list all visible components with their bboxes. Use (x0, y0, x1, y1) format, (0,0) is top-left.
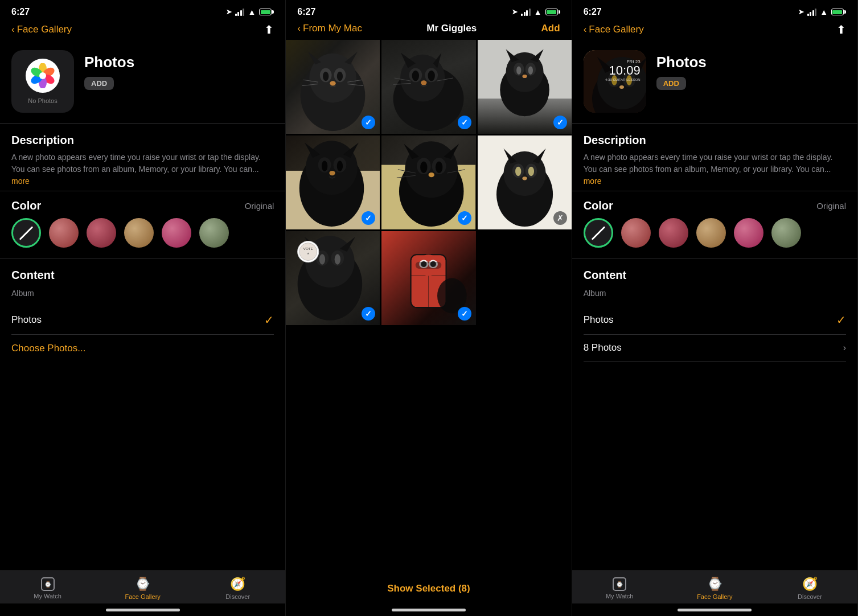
photo-cell-8[interactable]: ✓ (381, 231, 475, 325)
choose-photos-left[interactable]: Choose Photos... (11, 335, 274, 362)
swatch-rose-right[interactable] (621, 218, 651, 248)
share-button-right[interactable]: ⬆ (836, 23, 846, 36)
svg-point-41 (522, 75, 527, 78)
wifi-icon-mid: ▲ (534, 7, 542, 17)
svg-point-6 (39, 72, 46, 79)
battery-left (259, 9, 274, 15)
tab-my-watch-right[interactable]: ⌚ My Watch (597, 577, 642, 599)
svg-point-59 (421, 162, 428, 174)
show-selected-bar: Show Selected (8) (286, 574, 571, 603)
status-bar-right: 6:27 ➤ ▲ (572, 0, 857, 20)
show-selected-button[interactable]: Show Selected (8) (387, 583, 470, 594)
status-bar-left: 6:27 ➤ ▲ (0, 0, 285, 20)
swatch-pink-right[interactable] (734, 218, 763, 248)
swatch-red-right[interactable] (659, 218, 688, 248)
status-icons-mid: ➤ ▲ (512, 7, 560, 17)
status-time-left: 6:27 (11, 7, 30, 17)
svg-point-39 (516, 66, 521, 74)
tab-my-watch-left[interactable]: ⌚ My Watch (25, 577, 71, 599)
content-section-right: Content Album Photos ✓ 8 Photos › (572, 258, 857, 362)
swatch-none-left[interactable] (11, 218, 41, 248)
home-indicator-right (572, 603, 857, 616)
watch-tab-icon-right: ⌚ (613, 577, 626, 591)
discover-label-left: Discover (225, 593, 250, 600)
color-value-left: Original (245, 201, 274, 211)
svg-point-54 (405, 141, 458, 198)
back-button-right[interactable]: ‹ Face Gallery (584, 24, 644, 35)
check-2: ✓ (458, 116, 471, 129)
home-bar-right (678, 609, 752, 611)
add-badge-left[interactable]: ADD (84, 77, 114, 90)
swatch-red-left[interactable] (87, 218, 116, 248)
swatch-none-right[interactable] (584, 218, 613, 248)
svg-point-49 (322, 161, 327, 171)
swatch-tan-right[interactable] (696, 218, 726, 248)
more-link-left[interactable]: more (11, 176, 30, 186)
chevron-left-icon-mid: ‹ (297, 23, 301, 34)
swatch-rose-left[interactable] (49, 218, 79, 248)
svg-point-13 (323, 72, 329, 81)
watch-face-info-right: Photos ADD (656, 50, 846, 90)
watch-face-title-right: Photos (656, 54, 846, 71)
add-button-mid[interactable]: Add (541, 23, 560, 34)
content-heading-right: Content (584, 269, 846, 282)
tab-discover-left[interactable]: 🧭 Discover (215, 577, 261, 600)
swatch-pink-left[interactable] (162, 218, 191, 248)
photos-list-item-right[interactable]: Photos ✓ (584, 306, 846, 335)
nav-bar-mid: ‹ From My Mac Mr Giggles Add (286, 20, 571, 40)
slash-icon-right (591, 226, 605, 240)
svg-point-15 (330, 81, 336, 85)
tab-discover-right[interactable]: 🧭 Discover (787, 577, 832, 600)
discover-label-right: Discover (798, 593, 822, 600)
watch-face-preview-right: FRI 23 10:09 4:30 GUITAR LESSON (584, 50, 646, 113)
description-body-left: A new photo appears every time you raise… (0, 151, 285, 191)
swatch-tan-left[interactable] (124, 218, 154, 248)
svg-point-27 (428, 71, 435, 81)
face-gallery-icon-right: ⌚ (707, 577, 722, 592)
photos-list-item-left[interactable]: Photos ✓ (11, 306, 274, 335)
face-gallery-label-right: Face Gallery (697, 593, 732, 600)
photo-cell-1[interactable]: ✓ (286, 40, 380, 134)
swatch-sage-right[interactable] (771, 218, 801, 248)
home-indicator-mid (286, 603, 571, 616)
svg-point-60 (436, 162, 442, 174)
svg-point-51 (330, 171, 335, 175)
photo-cell-7[interactable]: VOTE ★ ✓ (286, 231, 380, 325)
check-8: ✓ (458, 307, 471, 321)
photo-cell-4[interactable]: ✓ (286, 135, 380, 229)
swatch-sage-left[interactable] (199, 218, 229, 248)
add-badge-right[interactable]: ADD (656, 77, 686, 90)
color-row-right: Color Original (572, 191, 857, 218)
chevron-left-icon-left: ‹ (11, 24, 15, 35)
status-time-right: 6:27 (584, 7, 602, 17)
location-icon-mid: ➤ (512, 8, 518, 16)
back-label-left: Face Gallery (17, 24, 72, 35)
description-heading-right: Description (572, 124, 857, 151)
signal-icon-mid (521, 9, 531, 16)
share-button-left[interactable]: ⬆ (264, 23, 274, 36)
signal-icon-right (807, 9, 817, 16)
signal-icon-left (235, 9, 245, 16)
photo-cell-3[interactable]: ✓ (478, 40, 572, 134)
watch-event: 4:30 GUITAR LESSON (605, 78, 641, 81)
tab-face-gallery-left[interactable]: ⌚ Face Gallery (120, 577, 166, 600)
back-button-left[interactable]: ‹ Face Gallery (11, 24, 72, 35)
tab-bar-left: ⌚ My Watch ⌚ Face Gallery 🧭 Discover (0, 570, 285, 603)
svg-point-40 (528, 66, 532, 74)
svg-point-73 (528, 167, 533, 176)
photo-cell-2[interactable]: ✓ (381, 40, 475, 134)
more-link-right[interactable]: more (584, 176, 602, 186)
tab-face-gallery-right[interactable]: ⌚ Face Gallery (692, 577, 737, 600)
home-bar-left (106, 609, 180, 611)
svg-point-50 (337, 161, 343, 171)
no-photos-label: No Photos (28, 97, 57, 104)
svg-point-107 (619, 85, 624, 89)
photo-grid: ✓ (286, 40, 571, 327)
photos-label-left: Photos (11, 314, 42, 326)
watch-hour: 10:09 (605, 64, 641, 77)
eight-photos-item[interactable]: 8 Photos › (584, 335, 846, 362)
photo-cell-5[interactable]: ✓ (381, 135, 475, 229)
back-button-mid[interactable]: ‹ From My Mac (297, 23, 362, 34)
photo-cell-6[interactable]: ✗ (478, 135, 572, 229)
face-gallery-icon-left: ⌚ (135, 577, 150, 592)
